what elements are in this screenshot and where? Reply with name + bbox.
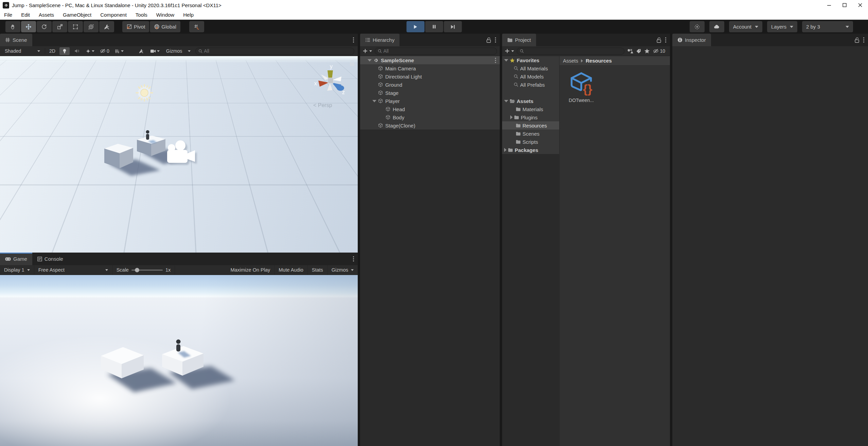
tab-hierarchy[interactable]: Hierarchy xyxy=(360,34,400,46)
tab-console[interactable]: Console xyxy=(32,253,68,265)
unlock-icon[interactable] xyxy=(656,37,661,43)
project-search-field[interactable] xyxy=(517,48,624,55)
asset-dotween[interactable]: {} DOTween... xyxy=(565,70,598,103)
menu-assets[interactable]: Assets xyxy=(39,12,54,18)
scale-tool-button[interactable] xyxy=(52,21,67,32)
layers-dropdown[interactable]: Layers xyxy=(767,21,797,32)
hierarchy-search-input[interactable] xyxy=(383,48,494,54)
move-tool-button[interactable] xyxy=(21,21,36,32)
collapse-arrow-icon[interactable] xyxy=(504,148,507,152)
global-toggle-button[interactable]: Global xyxy=(150,21,180,32)
menu-file[interactable]: File xyxy=(4,12,12,18)
account-dropdown[interactable]: Account xyxy=(729,21,762,32)
scale-slider[interactable] xyxy=(131,270,163,271)
custom-tools-button[interactable] xyxy=(99,21,114,32)
kebab-menu-icon[interactable] xyxy=(353,37,354,43)
expand-arrow-icon[interactable] xyxy=(504,100,508,102)
rect-tool-button[interactable] xyxy=(68,21,83,32)
search-by-type-button[interactable] xyxy=(627,49,633,54)
project-add-button[interactable] xyxy=(505,49,514,53)
menu-window[interactable]: Window xyxy=(156,12,174,18)
kebab-menu-icon[interactable] xyxy=(863,37,865,43)
close-button[interactable] xyxy=(852,0,868,10)
axis-x-cone[interactable] xyxy=(318,81,329,87)
kebab-menu-icon[interactable] xyxy=(495,37,496,43)
step-button[interactable] xyxy=(444,21,462,32)
search-by-label-button[interactable] xyxy=(636,49,641,54)
breadcrumb-parent[interactable]: Assets xyxy=(563,58,578,64)
game-viewport[interactable] xyxy=(0,275,358,446)
tree-row-assets[interactable]: Assets xyxy=(502,97,559,105)
toggle-2d-button[interactable]: 2D xyxy=(47,47,57,55)
pivot-toggle-button[interactable]: Pivot xyxy=(122,21,149,32)
scene-orientation-gizmo[interactable]: y x z xyxy=(314,64,345,95)
tab-game[interactable]: Game xyxy=(0,253,32,265)
aspect-dropdown[interactable]: Free Aspect xyxy=(34,265,112,275)
hierarchy-row-stage[interactable]: Stage xyxy=(360,89,500,97)
scene-player-body[interactable] xyxy=(146,134,149,140)
minimize-button[interactable] xyxy=(821,0,837,10)
scene-camera-gizmo[interactable] xyxy=(167,140,197,165)
expand-arrow-icon[interactable] xyxy=(504,59,508,62)
hierarchy-row-scene-root[interactable]: SampleScene xyxy=(360,56,500,64)
game-gizmos-dropdown[interactable]: Gizmos xyxy=(327,265,358,275)
menu-help[interactable]: Help xyxy=(183,12,194,18)
menu-edit[interactable]: Edit xyxy=(21,12,30,18)
play-button[interactable] xyxy=(406,21,424,32)
scale-slider-thumb[interactable] xyxy=(135,268,139,272)
maximize-button[interactable] xyxy=(837,0,852,10)
transform-tool-button[interactable] xyxy=(84,21,99,32)
scene-visibility-button[interactable]: 0 xyxy=(98,47,111,55)
hierarchy-add-button[interactable] xyxy=(363,49,372,53)
scene-tools-button[interactable] xyxy=(136,47,146,55)
unlock-icon[interactable] xyxy=(854,37,860,43)
menu-tools[interactable]: Tools xyxy=(136,12,147,18)
tree-row-materials[interactable]: Materials xyxy=(502,105,559,113)
tab-inspector[interactable]: Inspector xyxy=(672,34,711,46)
rotate-tool-button[interactable] xyxy=(37,21,52,32)
maximize-on-play-button[interactable]: Maximize On Play xyxy=(226,265,274,275)
unlock-icon[interactable] xyxy=(486,37,491,43)
display-dropdown[interactable]: Display 1 xyxy=(0,265,34,275)
tab-scene[interactable]: Scene xyxy=(0,34,32,46)
pause-button[interactable] xyxy=(425,21,443,32)
tree-row-packages[interactable]: Packages xyxy=(502,146,559,154)
kebab-menu-icon[interactable] xyxy=(353,256,354,262)
hidden-items-counter[interactable]: 10 xyxy=(653,48,665,54)
hierarchy-search-field[interactable] xyxy=(375,48,497,55)
scene-viewport[interactable]: y x z < Persp xyxy=(0,56,358,253)
layout-dropdown[interactable]: 2 by 3 xyxy=(802,21,853,32)
expand-arrow-icon[interactable] xyxy=(372,100,376,102)
directional-light-gizmo[interactable] xyxy=(136,85,153,101)
hierarchy-row-player[interactable]: Player xyxy=(360,97,500,105)
audio-toggle-button[interactable] xyxy=(72,47,82,55)
cloud-button[interactable] xyxy=(709,21,724,32)
hierarchy-row-head[interactable]: Head xyxy=(360,105,500,113)
mute-audio-button[interactable]: Mute Audio xyxy=(274,265,308,275)
hand-tool-button[interactable] xyxy=(5,21,20,32)
tree-row-resources[interactable]: Resources xyxy=(502,121,559,130)
tab-project[interactable]: Project xyxy=(502,34,536,46)
scene-search-field[interactable] xyxy=(195,48,354,55)
grid-snap-button[interactable] xyxy=(189,21,204,32)
kebab-menu-icon[interactable] xyxy=(495,57,496,63)
hierarchy-row-stage-clone[interactable]: Stage(Clone) xyxy=(360,121,500,130)
scene-search-input[interactable] xyxy=(204,48,351,54)
tree-row-favorites[interactable]: Favorites xyxy=(502,56,559,64)
lighting-toggle-button[interactable] xyxy=(59,47,70,55)
collapse-arrow-icon[interactable] xyxy=(510,115,513,119)
favorites-filter-button[interactable] xyxy=(644,48,650,54)
tree-row-scripts[interactable]: Scripts xyxy=(502,138,559,146)
menu-component[interactable]: Component xyxy=(100,12,127,18)
menu-gameobject[interactable]: GameObject xyxy=(63,12,91,18)
grid-visibility-dropdown[interactable] xyxy=(113,47,125,55)
hierarchy-row-directional-light[interactable]: Directional Light xyxy=(360,72,500,81)
kebab-menu-icon[interactable] xyxy=(665,37,667,43)
perspective-label[interactable]: < Persp xyxy=(313,102,332,108)
tree-row-all-materials[interactable]: All Materials xyxy=(502,64,559,72)
hierarchy-row-main-camera[interactable]: Main Camera xyxy=(360,64,500,72)
scene-gizmos-dropdown[interactable]: Gizmos xyxy=(163,47,193,55)
tree-row-all-models[interactable]: All Models xyxy=(502,72,559,81)
effects-dropdown-button[interactable] xyxy=(84,47,96,55)
shading-mode-dropdown[interactable]: Shaded xyxy=(2,47,43,55)
